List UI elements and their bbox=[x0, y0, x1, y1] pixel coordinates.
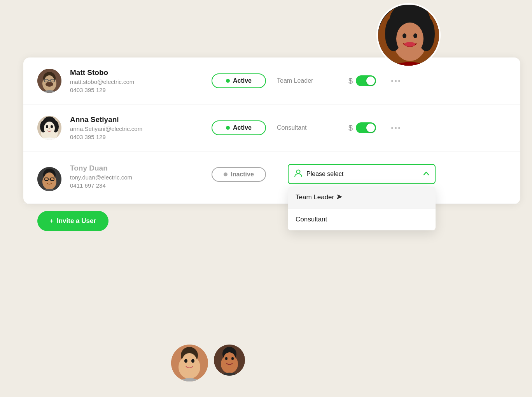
avatar-matt bbox=[37, 69, 61, 93]
user-info-anna: Anna Setiyani anna.Setiyani@electric.com… bbox=[70, 115, 202, 140]
role-dropdown-wrapper-tony: Please select Team Leader ⮞ C bbox=[288, 164, 436, 184]
dot3-anna bbox=[398, 127, 400, 129]
toggle-matt[interactable] bbox=[356, 75, 376, 86]
dollar-anna: $ bbox=[348, 122, 380, 133]
status-dot-matt bbox=[226, 79, 230, 83]
svg-point-29 bbox=[44, 172, 55, 185]
svg-point-8 bbox=[404, 42, 415, 47]
svg-point-6 bbox=[402, 33, 406, 38]
top-avatar-svg bbox=[378, 5, 441, 67]
avatar-anna-svg bbox=[37, 116, 61, 140]
dropdown-placeholder: Please select bbox=[306, 171, 343, 178]
status-dot-anna bbox=[226, 126, 230, 130]
invite-plus-icon: + bbox=[50, 217, 54, 225]
top-avatar-container bbox=[376, 3, 441, 67]
dollar-icon-anna: $ bbox=[348, 124, 353, 132]
more-dots-anna[interactable] bbox=[391, 127, 400, 129]
top-avatar bbox=[376, 3, 441, 67]
role-dropdown-tony[interactable]: Please select bbox=[288, 164, 436, 184]
user-phone-anna: 0403 395 129 bbox=[70, 134, 202, 140]
toggle-anna[interactable] bbox=[356, 122, 376, 133]
svg-point-16 bbox=[46, 82, 53, 87]
dropdown-item-team-leader[interactable]: Team Leader ⮞ bbox=[288, 186, 436, 208]
dropdown-menu-tony: Team Leader ⮞ Consultant bbox=[288, 186, 436, 230]
user-row-anna: Anna Setiyani anna.Setiyani@electric.com… bbox=[23, 104, 520, 151]
svg-point-7 bbox=[413, 33, 417, 38]
avatar-anna bbox=[37, 116, 61, 140]
dot1-anna bbox=[391, 127, 393, 129]
user-row-tony: Tony Duan tony.duan@electric.com 0411 69… bbox=[23, 151, 520, 204]
user-row-matt: Matt Stobo matt.stobo@electric.com 0403 … bbox=[23, 57, 520, 104]
bottom-avatar-2 bbox=[214, 345, 245, 376]
dot3-matt bbox=[398, 80, 400, 82]
user-email-tony: tony.duan@electric.com bbox=[70, 174, 202, 181]
status-dot-tony bbox=[224, 172, 228, 176]
user-name-matt: Matt Stobo bbox=[70, 68, 202, 77]
avatar-matt-svg bbox=[37, 69, 61, 93]
invite-user-button[interactable]: + Invite a User bbox=[37, 211, 108, 231]
cursor-icon: ⮞ bbox=[336, 194, 343, 201]
status-badge-anna[interactable]: Active bbox=[212, 120, 266, 135]
toggle-knob-matt bbox=[366, 77, 375, 85]
user-email-matt: matt.stobo@electric.com bbox=[70, 78, 202, 85]
svg-point-37 bbox=[182, 353, 197, 372]
role-anna: Consultant bbox=[277, 124, 339, 131]
svg-point-33 bbox=[297, 170, 300, 173]
toggle-knob-anna bbox=[366, 124, 375, 132]
user-phone-matt: 0403 395 129 bbox=[70, 87, 202, 93]
team-leader-label: Team Leader bbox=[296, 193, 334, 201]
svg-point-25 bbox=[49, 128, 50, 129]
svg-point-45 bbox=[231, 357, 234, 360]
dot2-anna bbox=[395, 127, 397, 129]
svg-point-39 bbox=[191, 359, 194, 363]
more-dots-matt[interactable] bbox=[391, 80, 400, 82]
bottom-avatar-1 bbox=[171, 345, 208, 381]
svg-point-43 bbox=[223, 352, 236, 368]
user-name-anna: Anna Setiyani bbox=[70, 115, 202, 124]
main-card: Matt Stobo matt.stobo@electric.com 0403 … bbox=[23, 57, 520, 204]
avatar-tony bbox=[37, 167, 61, 191]
dropdown-left: Please select bbox=[294, 169, 343, 179]
status-badge-tony[interactable]: Inactive bbox=[212, 167, 266, 182]
dollar-matt: $ bbox=[348, 75, 380, 86]
svg-point-38 bbox=[184, 359, 187, 363]
role-matt: Team Leader bbox=[277, 77, 339, 84]
page-wrapper: Matt Stobo matt.stobo@electric.com 0403 … bbox=[0, 0, 532, 397]
svg-point-5 bbox=[396, 23, 424, 55]
person-icon bbox=[294, 169, 303, 179]
dollar-icon-matt: $ bbox=[348, 77, 353, 85]
svg-point-44 bbox=[225, 357, 228, 360]
user-info-matt: Matt Stobo matt.stobo@electric.com 0403 … bbox=[70, 68, 202, 93]
user-name-tony: Tony Duan bbox=[70, 164, 202, 172]
user-info-tony: Tony Duan tony.duan@electric.com 0411 69… bbox=[70, 164, 202, 189]
svg-point-24 bbox=[51, 125, 53, 128]
svg-point-23 bbox=[46, 125, 48, 128]
dot2-matt bbox=[395, 80, 397, 82]
invite-label: Invite a User bbox=[57, 217, 96, 225]
chevron-up-icon bbox=[423, 170, 429, 178]
avatar-tony-svg bbox=[37, 167, 61, 191]
status-label-matt: Active bbox=[233, 77, 252, 84]
user-email-anna: anna.Setiyani@electric.com bbox=[70, 125, 202, 132]
status-label-tony: Inactive bbox=[231, 171, 254, 178]
user-phone-tony: 0411 697 234 bbox=[70, 182, 202, 189]
dot1-matt bbox=[391, 80, 393, 82]
consultant-label: Consultant bbox=[296, 216, 327, 223]
status-label-anna: Active bbox=[233, 124, 252, 131]
status-badge-matt[interactable]: Active bbox=[212, 73, 266, 88]
dropdown-item-consultant[interactable]: Consultant bbox=[288, 208, 436, 230]
